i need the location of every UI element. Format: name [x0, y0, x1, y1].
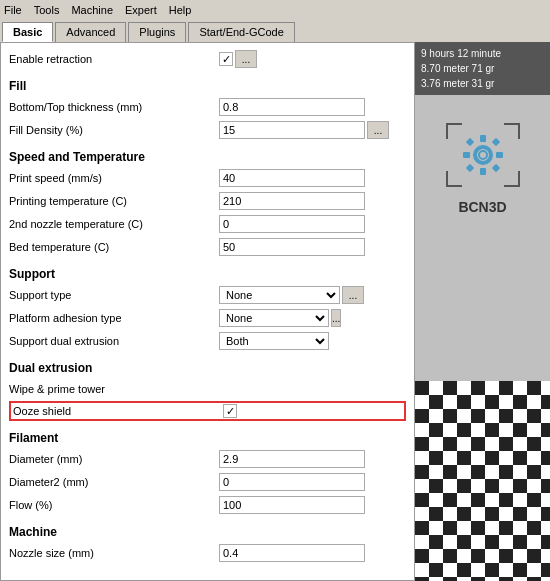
ooze-shield-checkbox[interactable]: ✓ — [223, 404, 237, 418]
diameter-label: Diameter (mm) — [9, 453, 219, 465]
svg-rect-3 — [480, 168, 486, 175]
support-type-select-group: None Touching buildplate Everywhere ... — [219, 286, 364, 304]
retraction-row: Enable retraction ✓ ... — [9, 49, 406, 69]
bcn3d-gear-icon — [459, 131, 507, 179]
diameter2-input[interactable] — [219, 473, 365, 491]
ooze-shield-label: Ooze shield — [13, 405, 223, 417]
right-panel: 9 hours 12 minute 8.70 meter 71 gr 3.76 … — [415, 42, 550, 581]
retraction-checkbox[interactable]: ✓ — [219, 52, 233, 66]
svg-rect-5 — [496, 152, 503, 158]
diameter2-label: Diameter2 (mm) — [9, 476, 219, 488]
flow-input[interactable] — [219, 496, 365, 514]
filament-section-title: Filament — [9, 431, 406, 445]
bed-temp-input[interactable] — [219, 238, 365, 256]
menu-help[interactable]: Help — [169, 4, 192, 16]
platform-adhesion-row: Platform adhesion type None Brim Raft ..… — [9, 308, 406, 328]
tab-startend[interactable]: Start/End-GCode — [188, 22, 294, 42]
nozzle2-temp-label: 2nd nozzle temperature (C) — [9, 218, 219, 230]
tab-basic[interactable]: Basic — [2, 22, 53, 42]
bed-temp-row: Bed temperature (C) — [9, 237, 406, 257]
main-content: Enable retraction ✓ ... Fill Bottom/Top … — [0, 42, 550, 581]
bottom-top-thickness-label: Bottom/Top thickness (mm) — [9, 101, 219, 113]
tab-bar: Basic Advanced Plugins Start/End-GCode — [0, 20, 550, 42]
menu-tools[interactable]: Tools — [34, 4, 60, 16]
checker-area — [415, 381, 550, 581]
svg-rect-8 — [465, 164, 473, 172]
support-dual-row: Support dual extrusion Both First extrud… — [9, 331, 406, 351]
fill-density-input[interactable] — [219, 121, 365, 139]
menu-bar: File Tools Machine Expert Help — [0, 0, 550, 20]
bottom-top-thickness-input[interactable] — [219, 98, 365, 116]
diameter2-row: Diameter2 (mm) — [9, 472, 406, 492]
bcn3d-label: BCN3D — [458, 199, 506, 215]
info-material2: 3.76 meter 31 gr — [421, 76, 544, 91]
nozzle-size-row: Nozzle size (mm) — [9, 543, 406, 563]
platform-adhesion-select-group: None Brim Raft ... — [219, 309, 296, 327]
diameter-input[interactable] — [219, 450, 365, 468]
print-info-box: 9 hours 12 minute 8.70 meter 71 gr 3.76 … — [415, 42, 550, 95]
svg-point-1 — [479, 151, 487, 159]
svg-rect-7 — [491, 138, 499, 146]
flow-row: Flow (%) — [9, 495, 406, 515]
support-type-row: Support type None Touching buildplate Ev… — [9, 285, 406, 305]
wipe-prime-row: Wipe & prime tower — [9, 379, 406, 399]
nozzle-size-label: Nozzle size (mm) — [9, 547, 219, 559]
svg-rect-9 — [491, 164, 499, 172]
print-speed-label: Print speed (mm/s) — [9, 172, 219, 184]
tab-plugins[interactable]: Plugins — [128, 22, 186, 42]
svg-rect-4 — [463, 152, 470, 158]
support-type-options-btn[interactable]: ... — [342, 286, 364, 304]
platform-adhesion-label: Platform adhesion type — [9, 312, 219, 324]
platform-adhesion-select[interactable]: None Brim Raft — [219, 309, 329, 327]
tab-advanced[interactable]: Advanced — [55, 22, 126, 42]
print-speed-input[interactable] — [219, 169, 365, 187]
settings-panel: Enable retraction ✓ ... Fill Bottom/Top … — [0, 42, 415, 581]
bed-temp-label: Bed temperature (C) — [9, 241, 219, 253]
fill-section-title: Fill — [9, 79, 406, 93]
print-temp-row: Printing temperature (C) — [9, 191, 406, 211]
menu-file[interactable]: File — [4, 4, 22, 16]
svg-point-0 — [475, 147, 491, 163]
support-dual-select[interactable]: Both First extruder Second extruder — [219, 332, 329, 350]
checker-canvas — [415, 381, 550, 581]
wipe-prime-label: Wipe & prime tower — [9, 383, 219, 395]
support-type-select[interactable]: None Touching buildplate Everywhere — [219, 286, 340, 304]
menu-expert[interactable]: Expert — [125, 4, 157, 16]
print-temp-label: Printing temperature (C) — [9, 195, 219, 207]
fill-density-label: Fill Density (%) — [9, 124, 219, 136]
print-speed-row: Print speed (mm/s) — [9, 168, 406, 188]
retraction-label: Enable retraction — [9, 53, 219, 65]
ooze-shield-row: Ooze shield ✓ — [9, 401, 406, 421]
info-material1: 8.70 meter 71 gr — [421, 61, 544, 76]
support-section-title: Support — [9, 267, 406, 281]
flow-label: Flow (%) — [9, 499, 219, 511]
fill-density-row: Fill Density (%) ... — [9, 120, 406, 140]
platform-adhesion-options-btn[interactable]: ... — [331, 309, 341, 327]
nozzle2-temp-row: 2nd nozzle temperature (C) — [9, 214, 406, 234]
machine-section-title: Machine — [9, 525, 406, 539]
dual-extrusion-section-title: Dual extrusion — [9, 361, 406, 375]
print-temp-input[interactable] — [219, 192, 365, 210]
nozzle2-temp-input[interactable] — [219, 215, 365, 233]
svg-rect-6 — [465, 138, 473, 146]
menu-machine[interactable]: Machine — [71, 4, 113, 16]
retraction-options-btn[interactable]: ... — [235, 50, 257, 68]
support-dual-label: Support dual extrusion — [9, 335, 219, 347]
fill-density-options-btn[interactable]: ... — [367, 121, 389, 139]
info-time: 9 hours 12 minute — [421, 46, 544, 61]
speed-temp-section-title: Speed and Temperature — [9, 150, 406, 164]
nozzle-size-input[interactable] — [219, 544, 365, 562]
svg-rect-2 — [480, 135, 486, 142]
bottom-top-thickness-row: Bottom/Top thickness (mm) — [9, 97, 406, 117]
support-type-label: Support type — [9, 289, 219, 301]
diameter-row: Diameter (mm) — [9, 449, 406, 469]
bcn3d-logo-area: BCN3D — [415, 95, 550, 581]
